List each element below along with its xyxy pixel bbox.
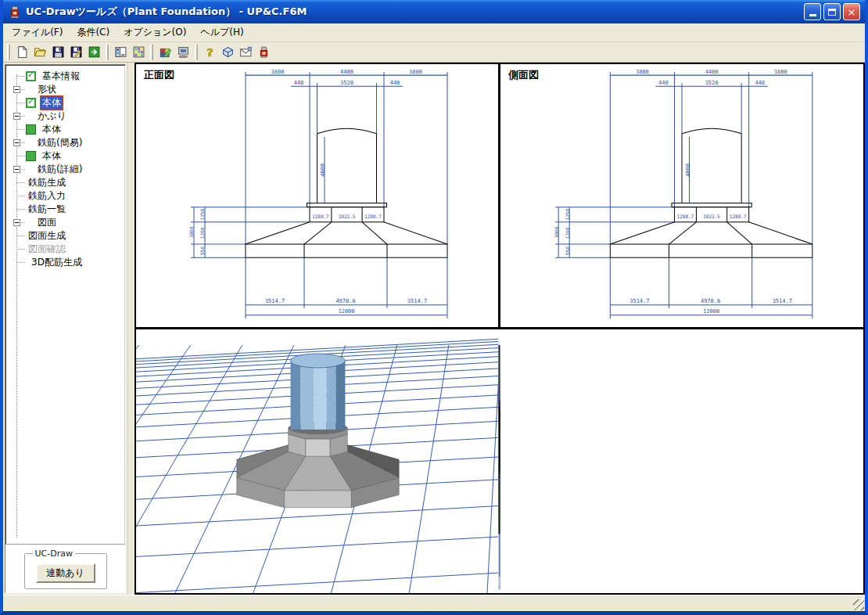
tree-item-label[interactable]: 鉄筋入力	[26, 189, 68, 203]
window-title: UC-Drawツールズ（Plant Foundation） - UP&C.F6M	[26, 5, 802, 19]
tree-item[interactable]: 鉄筋生成	[5, 176, 125, 189]
tree-item-label[interactable]: 鉄筋(簡易)	[35, 136, 84, 149]
tree-item[interactable]: 図面確認	[5, 243, 125, 256]
plan-extension-lines	[498, 345, 500, 590]
dim-label: 3514.7	[265, 297, 285, 304]
save-as-icon	[70, 45, 83, 59]
side-view-quadrant[interactable]: 側面図	[500, 64, 863, 327]
plan-view-quadrant[interactable]: 平面図 3514.7 4970.6	[498, 329, 500, 593]
menu-option[interactable]: オプション(O)	[117, 23, 193, 42]
dim-label: 4970.6	[335, 297, 355, 304]
front-view-quadrant[interactable]: 正面図	[136, 64, 498, 327]
tree-connector	[16, 196, 25, 196]
dim-label: 3800	[636, 68, 649, 75]
mail-button[interactable]	[237, 44, 255, 61]
tree-item[interactable]: 形状	[5, 83, 125, 96]
data-table-button[interactable]	[130, 44, 148, 61]
tree-item[interactable]: 基本情報	[5, 70, 125, 83]
close-button[interactable]: ×	[843, 3, 860, 20]
sidebar: 基本情報形状本体かぶり本体鉄筋(簡易)本体鉄筋(詳細)鉄筋生成鉄筋入力鉄筋一覧図…	[3, 63, 127, 595]
new-document-icon	[16, 45, 29, 59]
tree-connector	[16, 102, 25, 103]
link-toggle-button[interactable]: 連動あり	[36, 563, 95, 583]
form-window-button[interactable]	[112, 44, 130, 61]
dim-label: 3520	[705, 79, 719, 86]
tree-item[interactable]: 鉄筋入力	[5, 189, 125, 203]
tree-item[interactable]: 本体	[5, 149, 125, 163]
panel-splitter[interactable]	[127, 63, 135, 595]
tree-item[interactable]: 3D配筋生成	[5, 256, 125, 269]
tree-item[interactable]: 鉄筋(詳細)	[5, 163, 125, 176]
menu-bar: ファイル(F) 条件(C) オプション(O) ヘルプ(H)	[3, 23, 865, 42]
new-document-button[interactable]	[13, 44, 31, 61]
tree-item-label[interactable]: かぶり	[35, 110, 69, 123]
computer-output-button[interactable]	[174, 44, 192, 61]
tree-item-label[interactable]: 鉄筋一覧	[26, 203, 68, 216]
dim-label: 1200	[565, 227, 570, 239]
save-button[interactable]	[49, 44, 67, 61]
edit-drawing-icon	[159, 45, 172, 59]
dim-label: 1200	[200, 227, 206, 239]
expand-collapse-box[interactable]	[13, 166, 20, 173]
expand-collapse-box[interactable]	[13, 86, 20, 93]
side-view-title: 側面図	[508, 69, 539, 81]
checkbox-filled[interactable]	[26, 151, 36, 161]
edit-drawing-button[interactable]	[156, 44, 174, 61]
resize-grip[interactable]	[853, 599, 864, 610]
dim-label: 4000	[319, 164, 326, 177]
content-area: 基本情報形状本体かぶり本体鉄筋(簡易)本体鉄筋(詳細)鉄筋生成鉄筋入力鉄筋一覧図…	[3, 63, 865, 595]
tree-item-label[interactable]: 鉄筋(詳細)	[35, 163, 84, 176]
menu-help[interactable]: ヘルプ(H)	[193, 23, 250, 42]
tree-item-label[interactable]: 本体	[40, 95, 63, 110]
tree-item[interactable]: 鉄筋一覧	[5, 203, 125, 216]
tree-item-label[interactable]: 形状	[35, 83, 59, 96]
minimize-button[interactable]	[804, 3, 821, 20]
tree-item[interactable]: 本体	[5, 96, 125, 110]
checkbox-filled[interactable]	[26, 124, 36, 135]
toolbar-grip[interactable]	[106, 45, 109, 60]
dim-label: 3000	[554, 226, 559, 238]
menu-condition[interactable]: 条件(C)	[70, 23, 117, 42]
tree-item-label[interactable]: 鉄筋生成	[26, 176, 68, 189]
tree-item-label[interactable]: 基本情報	[40, 70, 82, 83]
dim-label: 550	[200, 246, 206, 255]
expand-collapse-box[interactable]	[13, 113, 20, 120]
tree-item[interactable]: 図面生成	[5, 229, 125, 243]
three-d-view-quadrant[interactable]	[136, 329, 498, 593]
maximize-button[interactable]	[823, 3, 841, 20]
toolbar-grip[interactable]	[195, 45, 198, 60]
ucdraw-button[interactable]	[255, 44, 273, 61]
ucdraw-lock-icon	[257, 45, 271, 59]
expand-collapse-box[interactable]	[13, 219, 20, 226]
ucdraw-app-icon	[8, 5, 22, 19]
menu-file[interactable]: ファイル(F)	[5, 23, 70, 42]
dim-label: 1250	[200, 209, 206, 221]
tree-item-label[interactable]: 本体	[40, 149, 63, 163]
open-file-button[interactable]	[31, 44, 49, 61]
save-as-button[interactable]	[67, 44, 85, 61]
tree-item[interactable]: 図面	[5, 216, 125, 229]
tree-item[interactable]: 本体	[5, 123, 125, 136]
exit-app-button[interactable]	[85, 44, 103, 61]
help-button[interactable]: ?	[201, 44, 219, 61]
tree-item-label[interactable]: 図面生成	[26, 229, 68, 243]
checkbox-checked[interactable]	[26, 71, 36, 81]
toolbar-grip[interactable]	[150, 45, 153, 60]
computer-output-icon	[177, 45, 190, 59]
exit-app-icon	[88, 45, 101, 59]
expand-collapse-box[interactable]	[13, 139, 20, 146]
tree-item-label[interactable]: 本体	[40, 123, 63, 136]
title-bar[interactable]: UC-Drawツールズ（Plant Foundation） - UP&C.F6M…	[3, 0, 865, 23]
plan-dimension-lines	[498, 345, 500, 587]
dim-label: 4000	[684, 164, 691, 177]
3d-view-button[interactable]	[219, 44, 237, 61]
tree-item-label[interactable]: 3D配筋生成	[29, 256, 84, 269]
tree-item[interactable]: かぶり	[5, 110, 125, 123]
toolbar-grip[interactable]	[7, 45, 10, 60]
dim-label: 440	[755, 79, 765, 86]
svg-text:?: ?	[206, 45, 213, 59]
tree-item-label[interactable]: 図面	[35, 216, 59, 229]
checkbox-checked[interactable]	[26, 98, 36, 108]
tree-item-label[interactable]: 図面確認	[26, 243, 68, 256]
tree-item[interactable]: 鉄筋(簡易)	[5, 136, 125, 149]
